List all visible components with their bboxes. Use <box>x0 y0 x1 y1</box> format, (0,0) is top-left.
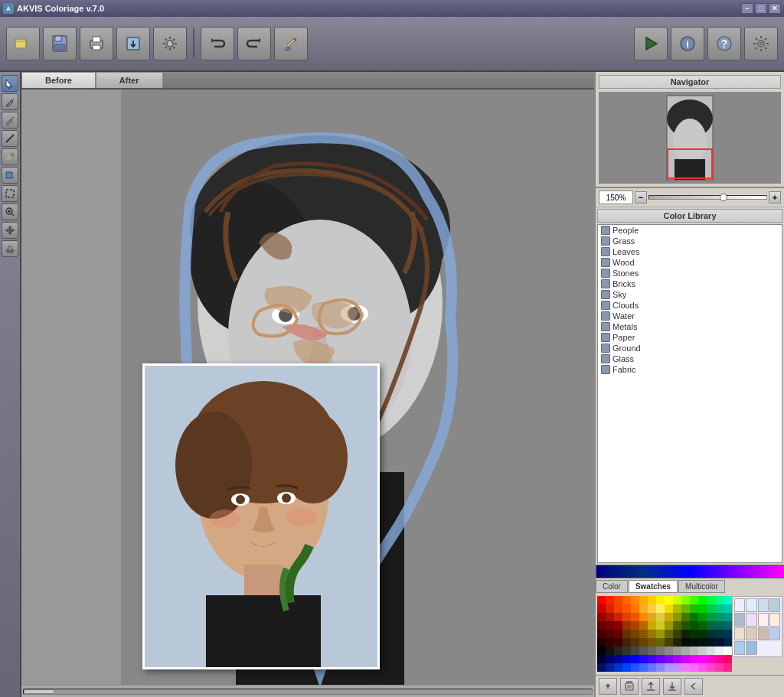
maximize-button[interactable]: □ <box>755 3 767 14</box>
h-scrollbar-track[interactable] <box>23 689 593 695</box>
zoom-slider[interactable] <box>648 195 767 200</box>
extra-swatch-1[interactable] <box>746 598 756 612</box>
swatch-44[interactable] <box>698 613 707 621</box>
swatch-40[interactable] <box>665 613 673 621</box>
swatch-122[interactable] <box>681 655 690 663</box>
swatch-135[interactable] <box>656 663 665 672</box>
swatch-5[interactable] <box>639 596 648 604</box>
swatch-60[interactable] <box>698 621 707 630</box>
swatch-132[interactable] <box>631 663 639 672</box>
library-item-paper[interactable]: Paper <box>598 332 782 343</box>
swatch-10[interactable] <box>681 596 690 604</box>
swatch-78[interactable] <box>715 630 724 638</box>
pencil-tool[interactable] <box>2 112 18 129</box>
swatch-20[interactable] <box>631 604 639 613</box>
swatch-72[interactable] <box>665 630 673 638</box>
swatch-134[interactable] <box>648 663 656 672</box>
swatch-15[interactable] <box>724 596 732 604</box>
swatch-93[interactable] <box>707 638 715 647</box>
swatch-8[interactable] <box>665 596 673 604</box>
library-item-ground[interactable]: Ground <box>598 343 782 353</box>
library-item-bricks[interactable]: Bricks <box>598 278 782 289</box>
swatch-22[interactable] <box>648 604 656 613</box>
paint-tool[interactable] <box>2 93 18 110</box>
swatch-136[interactable] <box>665 663 673 672</box>
swatch-12[interactable] <box>698 596 707 604</box>
library-item-water[interactable]: Water <box>598 311 782 321</box>
swatch-128[interactable] <box>597 663 606 672</box>
swatch-42[interactable] <box>681 613 690 621</box>
swatch-102[interactable] <box>648 647 656 655</box>
color-spectrum-bar[interactable] <box>596 565 784 578</box>
swatch-143[interactable] <box>724 663 732 672</box>
swatch-110[interactable] <box>715 647 724 655</box>
swatch-98[interactable] <box>614 647 622 655</box>
swatch-141[interactable] <box>707 663 715 672</box>
library-item-clouds[interactable]: Clouds <box>598 300 782 311</box>
upload-button[interactable] <box>642 678 660 695</box>
zoom-in-button[interactable]: + <box>769 191 781 204</box>
library-list[interactable]: PeopleGrassLeavesWoodStonesBricksSkyClou… <box>597 224 782 563</box>
close-button[interactable]: ✕ <box>769 3 781 14</box>
swatch-47[interactable] <box>724 613 732 621</box>
swatch-91[interactable] <box>690 638 698 647</box>
library-item-people[interactable]: People <box>598 225 782 236</box>
line-tool[interactable] <box>2 130 18 147</box>
swatch-115[interactable] <box>622 655 631 663</box>
swatch-4[interactable] <box>631 596 639 604</box>
tab-before[interactable]: Before <box>21 72 96 88</box>
swatch-83[interactable] <box>622 638 631 647</box>
swatch-68[interactable] <box>631 630 639 638</box>
h-scrollbar-thumb[interactable] <box>24 689 54 694</box>
swatch-121[interactable] <box>673 655 681 663</box>
extra-swatch-12[interactable] <box>734 641 745 655</box>
swatch-18[interactable] <box>614 604 622 613</box>
swatch-86[interactable] <box>648 638 656 647</box>
swatch-0[interactable] <box>597 596 606 604</box>
zoom-slider-thumb[interactable] <box>720 194 727 201</box>
library-item-grass[interactable]: Grass <box>598 236 782 246</box>
swatch-62[interactable] <box>715 621 724 630</box>
swatch-100[interactable] <box>631 647 639 655</box>
swatch-105[interactable] <box>673 647 681 655</box>
library-item-fabric[interactable]: Fabric <box>598 364 782 375</box>
swatch-116[interactable] <box>631 655 639 663</box>
swatch-35[interactable] <box>622 613 631 621</box>
swatch-106[interactable] <box>681 647 690 655</box>
swatch-64[interactable] <box>597 630 606 638</box>
swatch-63[interactable] <box>724 621 732 630</box>
swatch-3[interactable] <box>622 596 631 604</box>
swatch-38[interactable] <box>648 613 656 621</box>
swatch-117[interactable] <box>639 655 648 663</box>
extra-swatch-11[interactable] <box>769 627 780 641</box>
zoom-level-input[interactable]: 150% <box>599 191 633 204</box>
library-item-glass[interactable]: Glass <box>598 353 782 364</box>
swatch-31[interactable] <box>724 604 732 613</box>
save-file-button[interactable] <box>43 27 77 60</box>
swatch-27[interactable] <box>690 604 698 613</box>
swatch-36[interactable] <box>631 613 639 621</box>
swatch-113[interactable] <box>606 655 614 663</box>
swatch-82[interactable] <box>614 638 622 647</box>
preferences-button[interactable] <box>744 27 778 60</box>
extra-swatch-0[interactable] <box>734 598 745 612</box>
stamp-tool[interactable] <box>2 240 18 257</box>
swatch-23[interactable] <box>656 604 665 613</box>
export-button[interactable] <box>116 27 150 60</box>
swatch-56[interactable] <box>665 621 673 630</box>
swatch-126[interactable] <box>715 655 724 663</box>
swatch-97[interactable] <box>606 647 614 655</box>
undo-button[interactable] <box>201 27 234 60</box>
swatch-2[interactable] <box>614 596 622 604</box>
swatch-139[interactable] <box>690 663 698 672</box>
cursor-tool[interactable] <box>2 75 18 92</box>
swatch-104[interactable] <box>665 647 673 655</box>
help-button[interactable]: ? <box>707 27 741 60</box>
brush-tool-button[interactable] <box>274 27 308 60</box>
swatch-118[interactable] <box>648 655 656 663</box>
swatch-28[interactable] <box>698 604 707 613</box>
swatch-7[interactable] <box>656 596 665 604</box>
swatch-125[interactable] <box>707 655 715 663</box>
tab-multicolor[interactable]: Multicolor <box>678 580 725 593</box>
swatch-99[interactable] <box>622 647 631 655</box>
